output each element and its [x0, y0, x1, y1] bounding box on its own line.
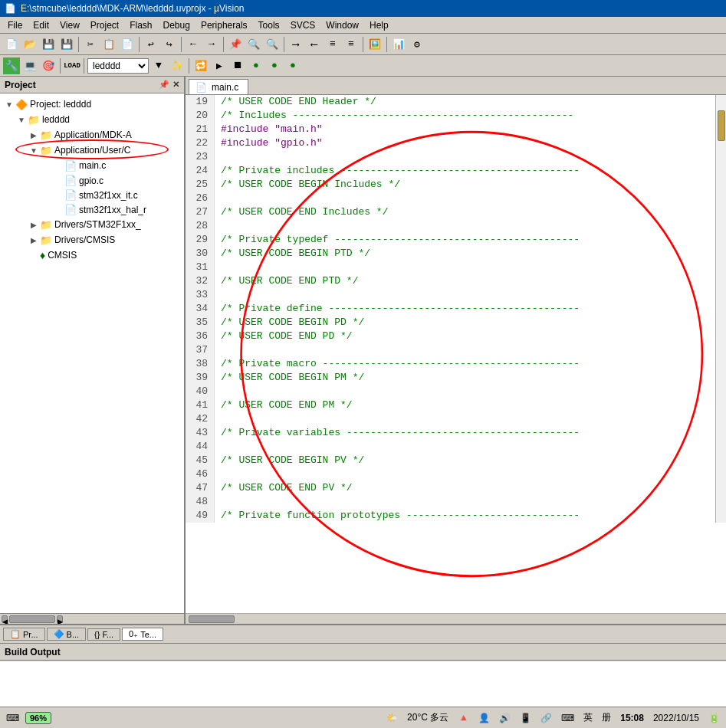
tb-stop[interactable]: ⏹ — [229, 57, 246, 74]
title-text: E:\stmcube\ledddd\MDK-ARM\ledddd.uvprojx… — [21, 3, 245, 14]
tree-user-label: Application/User/C — [54, 145, 130, 156]
hscroll-right-btn[interactable]: ▶ — [57, 615, 63, 623]
code-hscroll[interactable] — [186, 613, 726, 624]
tb-build[interactable]: ▶ — [211, 57, 228, 74]
tb-translate[interactable]: 🔁 — [192, 57, 209, 74]
vscroll-thumb[interactable] — [718, 110, 725, 141]
file-icon-main: 📄 — [64, 160, 77, 172]
tb-cut[interactable]: ✂️ — [82, 36, 99, 53]
tb-paste[interactable]: 📄 — [119, 36, 136, 53]
project-title: Project — [5, 80, 36, 90]
tree-gpio-c[interactable]: 📄 gpio.c — [0, 173, 184, 188]
hscroll-left-btn[interactable]: ◀ — [2, 615, 8, 623]
btab-functions[interactable]: {} F... — [87, 628, 120, 641]
tb-magic-wand[interactable]: ✨ — [169, 57, 186, 74]
code-content: 1920212223 2425262728 2930313233 3435363… — [186, 95, 726, 523]
tree-stm32it[interactable]: 📄 stm32f1xx_it.c — [0, 188, 184, 202]
menu-window[interactable]: Window — [321, 18, 363, 32]
tree-toggle-drvstm[interactable]: ▶ — [28, 218, 40, 231]
project-hscroll[interactable]: ◀ ▶ — [0, 613, 184, 624]
btab-project[interactable]: 📋 Pr... — [3, 628, 45, 641]
tree-toggle-user[interactable]: ▼ — [28, 144, 40, 156]
tree-stm32hal[interactable]: 📄 stm32f1xx_hal_r — [0, 202, 184, 217]
menu-help[interactable]: Help — [365, 18, 393, 32]
tb-img[interactable]: 🖼️ — [366, 36, 383, 53]
tb-more1[interactable]: 📊 — [390, 36, 407, 53]
tb-search2[interactable]: 🔍 — [264, 36, 281, 53]
folder-icon-cmsis: 📁 — [40, 234, 52, 246]
code-line-27: /* USER CODE END Includes */ — [221, 205, 709, 219]
tb-new[interactable]: 📄 — [3, 36, 20, 53]
tb-open[interactable]: 📂 — [21, 36, 38, 53]
tree-project[interactable]: ▼ 🔶 Project: ledddd — [0, 97, 184, 112]
code-hscroll-thumb[interactable] — [189, 615, 235, 623]
tb-list2[interactable]: ≡ — [343, 36, 360, 53]
menu-view[interactable]: View — [55, 18, 84, 32]
tree-toggle-mdk[interactable]: ▶ — [28, 129, 40, 141]
tree-main-label: main.c — [79, 160, 106, 171]
code-line-29: /* Private typedef ---------------------… — [221, 233, 709, 247]
vertical-scrollbar[interactable] — [715, 95, 726, 523]
tree-toggle-ledddd[interactable]: ▼ — [15, 113, 28, 126]
tb-search1[interactable]: 🔍 — [245, 36, 262, 53]
person-icon: 👤 — [478, 713, 490, 723]
tb-copy[interactable]: 📋 — [100, 36, 117, 53]
menu-file[interactable]: File — [3, 18, 27, 32]
tb-load[interactable]: LOAD — [64, 57, 80, 74]
project-icon: 🔶 — [15, 99, 28, 110]
tb-target[interactable]: 🎯 — [40, 57, 57, 74]
menu-peripherals[interactable]: Peripherals — [196, 18, 252, 32]
tb-back[interactable]: ← — [185, 36, 202, 53]
tree-main-c[interactable]: 📄 main.c — [0, 158, 184, 173]
menu-edit[interactable]: Edit — [28, 18, 54, 32]
tb-forward[interactable]: → — [203, 36, 220, 53]
folder-icon-ledddd: 📁 — [28, 114, 40, 126]
file-icon-stm32hal: 📄 — [64, 204, 77, 215]
code-editor[interactable]: 1920212223 2425262728 2930313233 3435363… — [186, 95, 726, 613]
code-line-28 — [221, 219, 709, 233]
hscroll-thumb[interactable] — [9, 615, 55, 623]
tb-green3[interactable]: ● — [284, 57, 301, 74]
code-line-40 — [221, 385, 709, 398]
tree-toggle-project[interactable]: ▼ — [3, 98, 15, 110]
menu-project[interactable]: Project — [86, 18, 123, 32]
btab-b[interactable]: 🔷 B... — [47, 628, 87, 641]
main-area: Project 📌 ✕ ▼ 🔶 Project: ledddd ▼ — [0, 77, 726, 624]
close-icon[interactable]: ✕ — [172, 80, 179, 90]
tree-drivers-stm[interactable]: ▶ 📁 Drivers/STM32F1xx_ — [0, 217, 184, 232]
tree-toggle-cmsis[interactable]: ▶ — [28, 234, 40, 246]
code-line-19: /* USER CODE END Header */ — [221, 95, 709, 109]
tb-saveall[interactable]: 💾 — [58, 36, 75, 53]
menu-svcs[interactable]: SVCS — [286, 18, 320, 32]
tb-indent[interactable]: ⟶ — [287, 36, 304, 53]
tb-save[interactable]: 💾 — [40, 36, 57, 53]
tb-outdent[interactable]: ⟵ — [306, 36, 323, 53]
tab-main-c[interactable]: 📄 main.c — [189, 79, 248, 94]
project-select[interactable]: ledddd — [87, 58, 149, 74]
btab-te[interactable]: 0₊ Te... — [122, 628, 163, 641]
tb-more2[interactable]: ⚙️ — [409, 36, 425, 53]
menu-tools[interactable]: Tools — [254, 18, 284, 32]
tree-mdk-label: Application/MDK-A — [54, 130, 132, 140]
menu-flash[interactable]: Flash — [125, 18, 156, 32]
menu-debug[interactable]: Debug — [159, 18, 195, 32]
tree-cmsis-diamond[interactable]: ♦ CMSIS — [0, 248, 184, 263]
tb-green1[interactable]: ● — [248, 57, 264, 74]
tb-chip[interactable]: 💻 — [21, 57, 38, 74]
tb-bookmark[interactable]: 📌 — [227, 36, 244, 53]
code-line-36: /* USER CODE END PD */ — [221, 330, 709, 343]
tb-dropdown[interactable]: ▼ — [150, 57, 167, 74]
tb-undo[interactable]: ↩ — [143, 36, 159, 53]
project-panel: Project 📌 ✕ ▼ 🔶 Project: ledddd ▼ — [0, 77, 186, 624]
tree-ledddd[interactable]: ▼ 📁 ledddd — [0, 112, 184, 127]
tb-redo[interactable]: ↪ — [161, 36, 178, 53]
time-text: 15:08 — [620, 713, 644, 723]
pin-icon[interactable]: 📌 — [159, 80, 169, 90]
tb-list1[interactable]: ≡ — [324, 36, 341, 53]
tree-app-user[interactable]: ▼ 📁 Application/User/C — [0, 143, 184, 158]
tree-app-mdk[interactable]: ▶ 📁 Application/MDK-A — [0, 127, 184, 143]
tb-green2[interactable]: ● — [266, 57, 283, 74]
tb-project-icon[interactable]: 🔧 — [3, 57, 20, 74]
tree-drivers-cmsis[interactable]: ▶ 📁 Drivers/CMSIS — [0, 232, 184, 248]
folder-icon-mdk: 📁 — [40, 130, 52, 141]
